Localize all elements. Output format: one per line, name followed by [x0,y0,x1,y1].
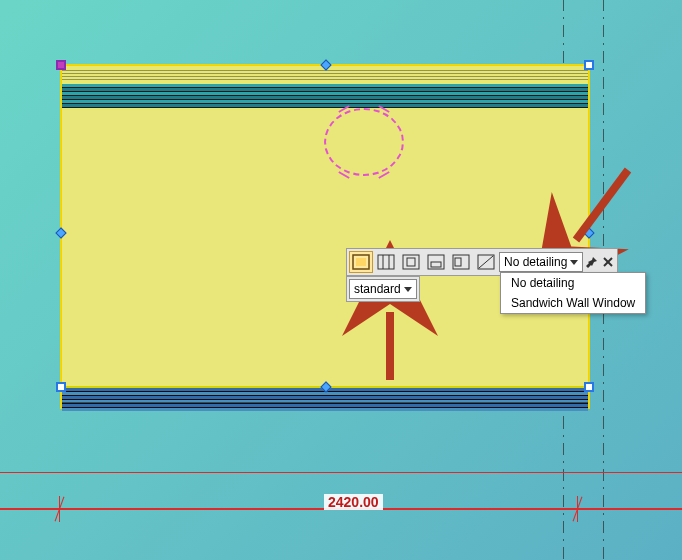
opening-mode-window-icon[interactable] [349,251,373,273]
svg-line-15 [576,170,628,240]
close-toolbar-icon[interactable] [601,255,615,269]
handle-corner[interactable] [56,382,66,392]
dimension-area: 2420.00 [0,472,682,532]
opening-mode-diagonal-icon[interactable] [474,251,498,273]
opening-mode-left-icon[interactable] [449,251,473,273]
selected-wall-element[interactable] [60,64,590,409]
svg-rect-2 [378,255,394,269]
opening-marker[interactable] [324,108,404,176]
dropdown-option[interactable]: No detailing [501,273,645,293]
svg-rect-6 [407,258,415,266]
svg-rect-1 [356,258,366,266]
standard-dropdown-label: standard [354,282,401,296]
detailing-dropdown-label: No detailing [504,255,567,269]
handle-corner[interactable] [584,60,594,70]
dropdown-option[interactable]: Sandwich Wall Window [501,293,645,313]
handle-origin[interactable] [56,60,66,70]
toolbar-row-bottom: standard [346,276,420,302]
svg-rect-8 [431,262,441,267]
chevron-down-icon [570,260,578,265]
dimension-tick [570,502,584,516]
detailing-dropdown-menu: No detailing Sandwich Wall Window [500,272,646,314]
wall-edge-hatch [62,397,588,405]
handle-corner[interactable] [584,382,594,392]
wall-edge-hatch [62,70,588,82]
standard-dropdown[interactable]: standard [349,279,417,299]
dimension-tick [52,502,66,516]
detailing-dropdown[interactable]: No detailing [499,252,583,272]
dimension-value[interactable]: 2420.00 [324,494,383,510]
svg-line-12 [479,256,493,268]
opening-mode-triple-icon[interactable] [374,251,398,273]
svg-rect-5 [403,255,419,269]
opening-mode-bottom-icon[interactable] [424,251,448,273]
viewport[interactable]: 2420.00 [0,0,682,560]
svg-rect-10 [455,258,461,266]
annotation-arrow [368,300,418,393]
pin-toolbar-icon[interactable] [585,255,599,269]
wall-band-top [62,84,588,108]
chevron-down-icon [404,287,412,292]
opening-mode-square-icon[interactable] [399,251,423,273]
dimension-line [0,472,682,473]
